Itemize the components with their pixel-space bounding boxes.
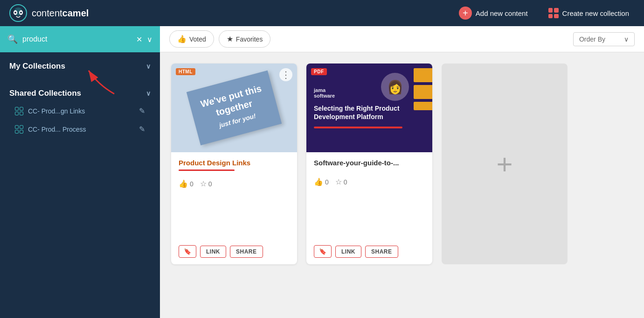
card-title-1: Product Design Links [179, 159, 290, 167]
create-collection-label: Create new collection [562, 9, 629, 17]
vote-count-1: 0 [190, 180, 194, 188]
collection-icon [548, 8, 559, 18]
my-collections-section: My Collections ∨ [0, 52, 160, 79]
vote-icon-2: 👍 [314, 177, 323, 186]
shared-collections-section: Shared Collections ∨ CC- Prod...gn Links… [0, 79, 160, 143]
thumbs-up-icon: 👍 [177, 35, 187, 43]
collection-grid-icon-2 [15, 125, 23, 134]
bookmark-button-2[interactable]: 🔖 [314, 245, 332, 258]
card-thumb-2: PDF ⋮ jamasoftware Selecting the Right P… [306, 64, 432, 152]
order-by-select[interactable]: Order By ∨ [573, 32, 635, 46]
thumb-pdf-stripes [414, 64, 432, 152]
order-by-label: Order By [579, 35, 605, 43]
favorites-button[interactable]: ★ Favorites [219, 30, 271, 48]
card-stats-1: 👍 0 ☆ 0 [179, 179, 290, 188]
shared-collections-chevron: ∨ [146, 90, 151, 97]
share-button-2[interactable]: SHARE [365, 246, 398, 258]
sidebar-item-cc-process[interactable]: CC- Prod... Process ✎ [9, 120, 151, 138]
card-star-stat-2: ☆ 0 [335, 177, 347, 186]
thumb-pdf-logo: jamasoftware [314, 87, 335, 99]
card-title-bar-1 [179, 170, 235, 171]
add-content-label: Add new content [476, 9, 528, 17]
sidebar-item-label-2: CC- Prod... Process [28, 126, 134, 133]
card-body-2: Software-your-guide-to-... 👍 0 ☆ 0 [306, 152, 432, 240]
search-expand-icon[interactable]: ∨ [147, 35, 152, 44]
order-by-chevron: ∨ [624, 35, 629, 43]
my-collections-chevron: ∨ [146, 63, 151, 70]
thumb-html-text: We've put thistogetherjust for you! [187, 71, 282, 146]
sidebar-item-cc-gn-links[interactable]: CC- Prod...gn Links ✎ [9, 102, 151, 120]
edit-icon-1[interactable]: ✎ [139, 106, 145, 115]
card-product-design-links: HTML ⋮ We've put thistogetherjust for yo… [171, 64, 297, 264]
card-title-2: Software-your-guide-to-... [314, 159, 425, 167]
star-count-2: 0 [344, 178, 347, 186]
vote-count-2: 0 [325, 178, 329, 186]
main-layout: 🔍 ✕ ∨ My Collections ∨ [0, 26, 644, 318]
star-count-1: 0 [208, 180, 212, 188]
svg-point-5 [20, 12, 22, 14]
thumb-pdf-redbar [314, 127, 402, 128]
search-icon: 🔍 [7, 34, 18, 44]
content-toolbar: 👍 Voted ★ Favorites Order By ∨ [160, 26, 644, 52]
voted-button[interactable]: 👍 Voted [169, 30, 214, 48]
card-stats-2: 👍 0 ☆ 0 [314, 177, 425, 186]
topnav: contentcamel + Add new content Create ne… [0, 0, 644, 26]
star-icon-2: ☆ [335, 177, 342, 186]
card-actions-1: 🔖 LINK SHARE [171, 240, 297, 264]
logo: contentcamel [9, 4, 89, 22]
card-star-stat-1: ☆ 0 [200, 179, 212, 188]
card-software-guide: PDF ⋮ jamasoftware Selecting the Right P… [306, 64, 432, 264]
collection-grid-icon-1 [15, 107, 23, 115]
vote-icon-1: 👍 [179, 179, 188, 188]
svg-point-4 [14, 12, 16, 14]
star-icon: ★ [227, 35, 233, 43]
share-button-1[interactable]: SHARE [230, 246, 263, 258]
shared-collections-label: Shared Collections [9, 89, 81, 98]
my-collections-header[interactable]: My Collections ∨ [9, 62, 151, 71]
thumb-html-inner: We've put thistogetherjust for you! [171, 64, 297, 152]
logo-icon [9, 4, 27, 22]
favorites-label: Favorites [236, 35, 263, 43]
thumb-pdf-avatar: 👩 [381, 73, 409, 101]
card-vote-stat-1: 👍 0 [179, 179, 194, 188]
content-area: 👍 Voted ★ Favorites Order By ∨ HTML ⋮ [160, 26, 644, 318]
card-actions-2: 🔖 LINK SHARE [306, 240, 432, 264]
my-collections-label: My Collections [9, 62, 65, 71]
card-vote-stat-2: 👍 0 [314, 177, 329, 186]
search-controls: ✕ ∨ [136, 35, 152, 44]
star-icon-1: ☆ [200, 179, 207, 188]
thumb-pdf-title: Selecting the Right Product Development … [314, 104, 425, 121]
add-content-icon: + [459, 7, 472, 20]
voted-label: Voted [189, 35, 206, 43]
create-collection-button[interactable]: Create new collection [543, 4, 635, 22]
link-button-2[interactable]: LINK [335, 246, 361, 258]
search-input[interactable] [22, 35, 132, 43]
edit-icon-2[interactable]: ✎ [139, 125, 145, 134]
add-card-button[interactable]: + [442, 64, 568, 264]
cards-grid: HTML ⋮ We've put thistogetherjust for yo… [160, 52, 644, 276]
clear-search-icon[interactable]: ✕ [136, 35, 142, 44]
card-body-1: Product Design Links 👍 0 ☆ 0 [171, 152, 297, 240]
shared-collections-header[interactable]: Shared Collections ∨ [9, 89, 151, 98]
sidebar: 🔍 ✕ ∨ My Collections ∨ [0, 26, 160, 318]
add-card-plus-icon: + [496, 148, 512, 180]
logo-text: contentcamel [32, 8, 89, 19]
add-content-button[interactable]: + Add new content [453, 3, 533, 23]
search-bar: 🔍 ✕ ∨ [0, 26, 160, 52]
bookmark-button-1[interactable]: 🔖 [179, 245, 196, 258]
link-button-1[interactable]: LINK [200, 246, 226, 258]
sidebar-item-label-1: CC- Prod...gn Links [28, 107, 134, 115]
card-thumb-1: HTML ⋮ We've put thistogetherjust for yo… [171, 64, 297, 152]
thumb-pdf-inner: jamasoftware Selecting the Right Product… [306, 64, 432, 152]
